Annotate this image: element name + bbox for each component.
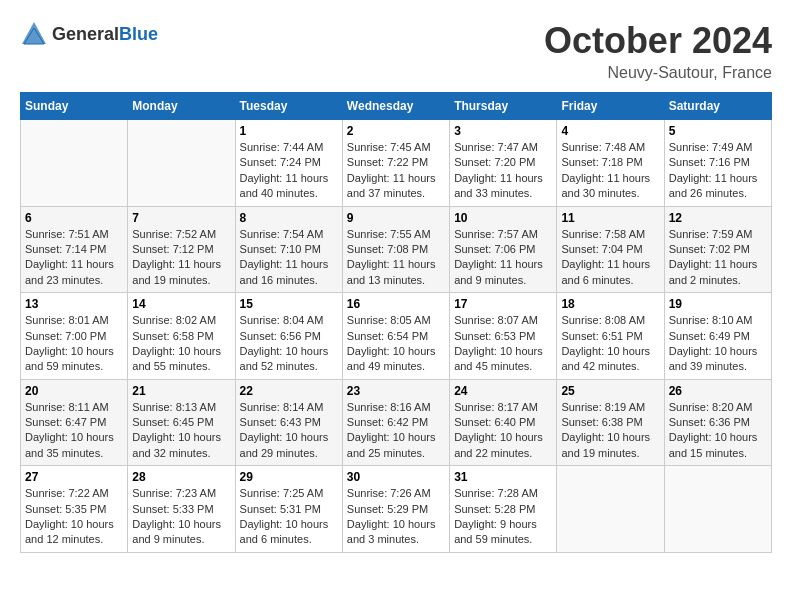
day-info: Sunrise: 7:26 AM Sunset: 5:29 PM Dayligh… <box>347 486 445 548</box>
day-info: Sunrise: 8:10 AM Sunset: 6:49 PM Dayligh… <box>669 313 767 375</box>
month-title: October 2024 <box>544 20 772 62</box>
calendar-cell: 16Sunrise: 8:05 AM Sunset: 6:54 PM Dayli… <box>342 293 449 380</box>
calendar-cell: 19Sunrise: 8:10 AM Sunset: 6:49 PM Dayli… <box>664 293 771 380</box>
logo: GeneralBlue <box>20 20 158 48</box>
day-info: Sunrise: 7:25 AM Sunset: 5:31 PM Dayligh… <box>240 486 338 548</box>
day-info: Sunrise: 8:16 AM Sunset: 6:42 PM Dayligh… <box>347 400 445 462</box>
day-number: 16 <box>347 297 445 311</box>
logo-text-blue: Blue <box>119 24 158 44</box>
day-number: 30 <box>347 470 445 484</box>
day-number: 1 <box>240 124 338 138</box>
calendar-cell: 3Sunrise: 7:47 AM Sunset: 7:20 PM Daylig… <box>450 120 557 207</box>
day-number: 12 <box>669 211 767 225</box>
day-info: Sunrise: 8:05 AM Sunset: 6:54 PM Dayligh… <box>347 313 445 375</box>
day-number: 15 <box>240 297 338 311</box>
day-info: Sunrise: 8:20 AM Sunset: 6:36 PM Dayligh… <box>669 400 767 462</box>
day-info: Sunrise: 8:11 AM Sunset: 6:47 PM Dayligh… <box>25 400 123 462</box>
day-number: 22 <box>240 384 338 398</box>
day-number: 25 <box>561 384 659 398</box>
day-info: Sunrise: 7:59 AM Sunset: 7:02 PM Dayligh… <box>669 227 767 289</box>
calendar-cell: 7Sunrise: 7:52 AM Sunset: 7:12 PM Daylig… <box>128 206 235 293</box>
page-header: GeneralBlue October 2024 Neuvy-Sautour, … <box>20 20 772 82</box>
calendar-cell: 27Sunrise: 7:22 AM Sunset: 5:35 PM Dayli… <box>21 466 128 553</box>
day-number: 24 <box>454 384 552 398</box>
day-info: Sunrise: 7:54 AM Sunset: 7:10 PM Dayligh… <box>240 227 338 289</box>
day-of-week-header: Saturday <box>664 93 771 120</box>
day-info: Sunrise: 7:55 AM Sunset: 7:08 PM Dayligh… <box>347 227 445 289</box>
calendar-week-row: 6Sunrise: 7:51 AM Sunset: 7:14 PM Daylig… <box>21 206 772 293</box>
day-of-week-header: Tuesday <box>235 93 342 120</box>
day-number: 31 <box>454 470 552 484</box>
day-number: 19 <box>669 297 767 311</box>
day-of-week-header: Friday <box>557 93 664 120</box>
calendar-week-row: 27Sunrise: 7:22 AM Sunset: 5:35 PM Dayli… <box>21 466 772 553</box>
day-number: 11 <box>561 211 659 225</box>
day-info: Sunrise: 8:19 AM Sunset: 6:38 PM Dayligh… <box>561 400 659 462</box>
calendar-cell: 5Sunrise: 7:49 AM Sunset: 7:16 PM Daylig… <box>664 120 771 207</box>
calendar-cell: 17Sunrise: 8:07 AM Sunset: 6:53 PM Dayli… <box>450 293 557 380</box>
logo-text-general: General <box>52 24 119 44</box>
calendar-cell: 12Sunrise: 7:59 AM Sunset: 7:02 PM Dayli… <box>664 206 771 293</box>
day-of-week-header: Monday <box>128 93 235 120</box>
day-of-week-header: Wednesday <box>342 93 449 120</box>
day-info: Sunrise: 8:14 AM Sunset: 6:43 PM Dayligh… <box>240 400 338 462</box>
day-info: Sunrise: 8:07 AM Sunset: 6:53 PM Dayligh… <box>454 313 552 375</box>
calendar-cell: 2Sunrise: 7:45 AM Sunset: 7:22 PM Daylig… <box>342 120 449 207</box>
calendar-cell: 23Sunrise: 8:16 AM Sunset: 6:42 PM Dayli… <box>342 379 449 466</box>
day-info: Sunrise: 7:47 AM Sunset: 7:20 PM Dayligh… <box>454 140 552 202</box>
day-info: Sunrise: 8:01 AM Sunset: 7:00 PM Dayligh… <box>25 313 123 375</box>
day-number: 9 <box>347 211 445 225</box>
calendar-cell: 13Sunrise: 8:01 AM Sunset: 7:00 PM Dayli… <box>21 293 128 380</box>
day-number: 18 <box>561 297 659 311</box>
day-info: Sunrise: 7:57 AM Sunset: 7:06 PM Dayligh… <box>454 227 552 289</box>
day-number: 23 <box>347 384 445 398</box>
calendar-cell <box>557 466 664 553</box>
day-info: Sunrise: 7:52 AM Sunset: 7:12 PM Dayligh… <box>132 227 230 289</box>
day-number: 4 <box>561 124 659 138</box>
calendar-week-row: 20Sunrise: 8:11 AM Sunset: 6:47 PM Dayli… <box>21 379 772 466</box>
day-number: 10 <box>454 211 552 225</box>
calendar-week-row: 13Sunrise: 8:01 AM Sunset: 7:00 PM Dayli… <box>21 293 772 380</box>
day-number: 2 <box>347 124 445 138</box>
day-info: Sunrise: 8:13 AM Sunset: 6:45 PM Dayligh… <box>132 400 230 462</box>
day-info: Sunrise: 8:04 AM Sunset: 6:56 PM Dayligh… <box>240 313 338 375</box>
day-number: 20 <box>25 384 123 398</box>
day-info: Sunrise: 7:28 AM Sunset: 5:28 PM Dayligh… <box>454 486 552 548</box>
calendar-cell: 29Sunrise: 7:25 AM Sunset: 5:31 PM Dayli… <box>235 466 342 553</box>
day-info: Sunrise: 7:48 AM Sunset: 7:18 PM Dayligh… <box>561 140 659 202</box>
calendar-cell: 9Sunrise: 7:55 AM Sunset: 7:08 PM Daylig… <box>342 206 449 293</box>
day-number: 5 <box>669 124 767 138</box>
day-number: 3 <box>454 124 552 138</box>
calendar-cell: 18Sunrise: 8:08 AM Sunset: 6:51 PM Dayli… <box>557 293 664 380</box>
day-number: 27 <box>25 470 123 484</box>
calendar-cell: 15Sunrise: 8:04 AM Sunset: 6:56 PM Dayli… <box>235 293 342 380</box>
calendar-cell: 26Sunrise: 8:20 AM Sunset: 6:36 PM Dayli… <box>664 379 771 466</box>
day-number: 21 <box>132 384 230 398</box>
day-number: 8 <box>240 211 338 225</box>
day-info: Sunrise: 7:44 AM Sunset: 7:24 PM Dayligh… <box>240 140 338 202</box>
day-info: Sunrise: 8:08 AM Sunset: 6:51 PM Dayligh… <box>561 313 659 375</box>
calendar-cell: 28Sunrise: 7:23 AM Sunset: 5:33 PM Dayli… <box>128 466 235 553</box>
calendar-week-row: 1Sunrise: 7:44 AM Sunset: 7:24 PM Daylig… <box>21 120 772 207</box>
calendar-cell: 8Sunrise: 7:54 AM Sunset: 7:10 PM Daylig… <box>235 206 342 293</box>
calendar-cell: 24Sunrise: 8:17 AM Sunset: 6:40 PM Dayli… <box>450 379 557 466</box>
day-info: Sunrise: 8:02 AM Sunset: 6:58 PM Dayligh… <box>132 313 230 375</box>
location: Neuvy-Sautour, France <box>544 64 772 82</box>
day-info: Sunrise: 7:22 AM Sunset: 5:35 PM Dayligh… <box>25 486 123 548</box>
calendar-cell: 20Sunrise: 8:11 AM Sunset: 6:47 PM Dayli… <box>21 379 128 466</box>
day-number: 7 <box>132 211 230 225</box>
calendar-cell: 1Sunrise: 7:44 AM Sunset: 7:24 PM Daylig… <box>235 120 342 207</box>
calendar-cell: 30Sunrise: 7:26 AM Sunset: 5:29 PM Dayli… <box>342 466 449 553</box>
day-info: Sunrise: 7:58 AM Sunset: 7:04 PM Dayligh… <box>561 227 659 289</box>
day-number: 29 <box>240 470 338 484</box>
calendar-cell: 25Sunrise: 8:19 AM Sunset: 6:38 PM Dayli… <box>557 379 664 466</box>
day-info: Sunrise: 7:23 AM Sunset: 5:33 PM Dayligh… <box>132 486 230 548</box>
day-of-week-header: Thursday <box>450 93 557 120</box>
calendar-cell: 14Sunrise: 8:02 AM Sunset: 6:58 PM Dayli… <box>128 293 235 380</box>
calendar-cell: 4Sunrise: 7:48 AM Sunset: 7:18 PM Daylig… <box>557 120 664 207</box>
day-info: Sunrise: 7:49 AM Sunset: 7:16 PM Dayligh… <box>669 140 767 202</box>
day-number: 17 <box>454 297 552 311</box>
day-of-week-header: Sunday <box>21 93 128 120</box>
day-number: 14 <box>132 297 230 311</box>
calendar-cell: 31Sunrise: 7:28 AM Sunset: 5:28 PM Dayli… <box>450 466 557 553</box>
